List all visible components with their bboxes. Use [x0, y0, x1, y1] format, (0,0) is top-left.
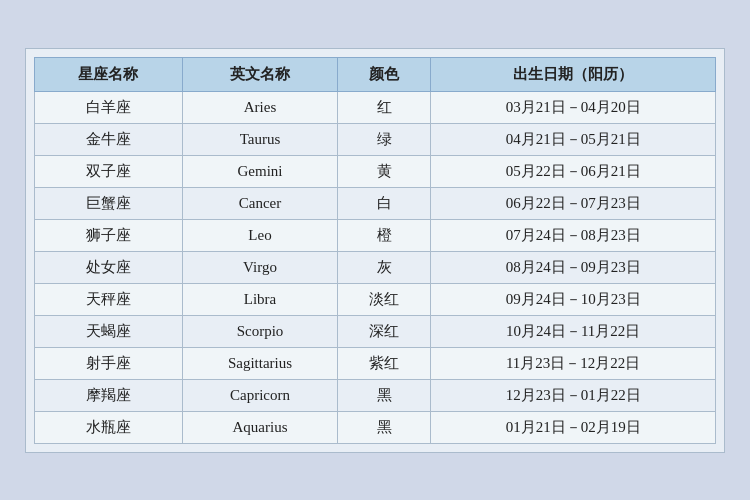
cell-english: Sagittarius: [182, 347, 337, 379]
cell-dates: 05月22日－06月21日: [431, 155, 716, 187]
cell-color: 红: [338, 91, 431, 123]
table-row: 狮子座Leo橙07月24日－08月23日: [35, 219, 716, 251]
table-row: 双子座Gemini黄05月22日－06月21日: [35, 155, 716, 187]
cell-english: Virgo: [182, 251, 337, 283]
cell-chinese: 白羊座: [35, 91, 183, 123]
cell-dates: 03月21日－04月20日: [431, 91, 716, 123]
cell-dates: 04月21日－05月21日: [431, 123, 716, 155]
cell-dates: 09月24日－10月23日: [431, 283, 716, 315]
cell-chinese: 狮子座: [35, 219, 183, 251]
zodiac-table: 星座名称 英文名称 颜色 出生日期（阳历） 白羊座Aries红03月21日－04…: [34, 57, 716, 444]
cell-chinese: 双子座: [35, 155, 183, 187]
table-row: 处女座Virgo灰08月24日－09月23日: [35, 251, 716, 283]
col-header-chinese: 星座名称: [35, 57, 183, 91]
col-header-english: 英文名称: [182, 57, 337, 91]
cell-chinese: 金牛座: [35, 123, 183, 155]
cell-color: 黑: [338, 379, 431, 411]
cell-chinese: 处女座: [35, 251, 183, 283]
cell-english: Gemini: [182, 155, 337, 187]
cell-color: 绿: [338, 123, 431, 155]
table-row: 摩羯座Capricorn黑12月23日－01月22日: [35, 379, 716, 411]
cell-color: 黄: [338, 155, 431, 187]
cell-english: Scorpio: [182, 315, 337, 347]
cell-english: Libra: [182, 283, 337, 315]
table-header-row: 星座名称 英文名称 颜色 出生日期（阳历）: [35, 57, 716, 91]
table-row: 天蝎座Scorpio深红10月24日－11月22日: [35, 315, 716, 347]
cell-dates: 10月24日－11月22日: [431, 315, 716, 347]
table-row: 白羊座Aries红03月21日－04月20日: [35, 91, 716, 123]
table-row: 射手座Sagittarius紫红11月23日－12月22日: [35, 347, 716, 379]
col-header-dates: 出生日期（阳历）: [431, 57, 716, 91]
cell-color: 白: [338, 187, 431, 219]
cell-english: Taurus: [182, 123, 337, 155]
cell-color: 灰: [338, 251, 431, 283]
cell-chinese: 水瓶座: [35, 411, 183, 443]
cell-dates: 07月24日－08月23日: [431, 219, 716, 251]
cell-english: Capricorn: [182, 379, 337, 411]
cell-english: Aries: [182, 91, 337, 123]
cell-chinese: 天蝎座: [35, 315, 183, 347]
cell-color: 橙: [338, 219, 431, 251]
cell-color: 黑: [338, 411, 431, 443]
cell-chinese: 摩羯座: [35, 379, 183, 411]
table-body: 白羊座Aries红03月21日－04月20日金牛座Taurus绿04月21日－0…: [35, 91, 716, 443]
cell-dates: 01月21日－02月19日: [431, 411, 716, 443]
cell-english: Leo: [182, 219, 337, 251]
cell-color: 深红: [338, 315, 431, 347]
cell-dates: 06月22日－07月23日: [431, 187, 716, 219]
cell-color: 紫红: [338, 347, 431, 379]
table-row: 巨蟹座Cancer白06月22日－07月23日: [35, 187, 716, 219]
cell-chinese: 射手座: [35, 347, 183, 379]
table-row: 水瓶座Aquarius黑01月21日－02月19日: [35, 411, 716, 443]
cell-english: Cancer: [182, 187, 337, 219]
col-header-color: 颜色: [338, 57, 431, 91]
cell-chinese: 天秤座: [35, 283, 183, 315]
cell-dates: 08月24日－09月23日: [431, 251, 716, 283]
cell-dates: 12月23日－01月22日: [431, 379, 716, 411]
table-row: 金牛座Taurus绿04月21日－05月21日: [35, 123, 716, 155]
cell-chinese: 巨蟹座: [35, 187, 183, 219]
table-row: 天秤座Libra淡红09月24日－10月23日: [35, 283, 716, 315]
cell-english: Aquarius: [182, 411, 337, 443]
cell-color: 淡红: [338, 283, 431, 315]
cell-dates: 11月23日－12月22日: [431, 347, 716, 379]
zodiac-table-container: 星座名称 英文名称 颜色 出生日期（阳历） 白羊座Aries红03月21日－04…: [25, 48, 725, 453]
